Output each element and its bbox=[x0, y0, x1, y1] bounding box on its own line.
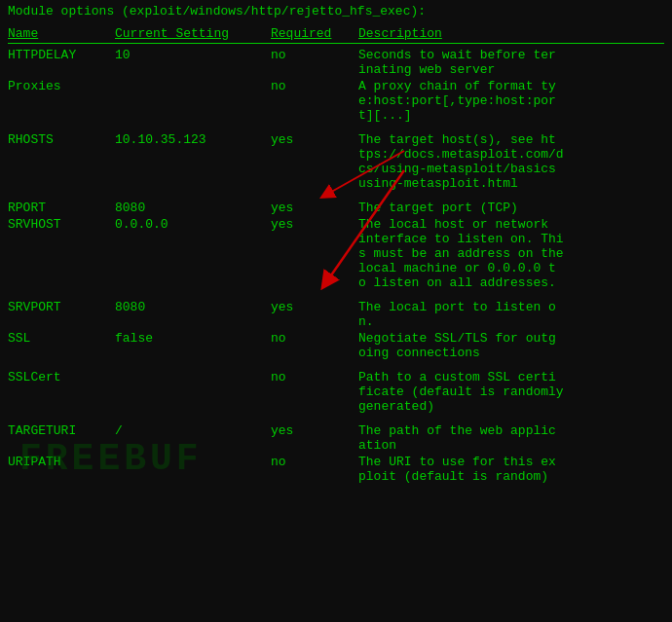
cell-required: yes bbox=[271, 217, 358, 232]
table-row: ProxiesnoA proxy chain of format ty e:ho… bbox=[8, 79, 664, 123]
cell-name: Proxies bbox=[8, 79, 115, 93]
watermark: FREEBUF bbox=[19, 438, 203, 480]
cell-required: no bbox=[271, 331, 358, 346]
cell-desc: Negotiate SSL/TLS for outg oing connecti… bbox=[358, 331, 664, 360]
cell-name: HTTPDELAY bbox=[8, 48, 115, 62]
cell-desc: The target host(s), see ht tps://docs.me… bbox=[358, 132, 664, 191]
cell-current: 10 bbox=[115, 48, 271, 62]
cell-required: no bbox=[271, 455, 358, 469]
module-header: Module options (exploit/windows/http/rej… bbox=[8, 4, 664, 18]
cell-current: / bbox=[115, 423, 271, 438]
cell-name: RHOSTS bbox=[8, 132, 115, 147]
table-row: SSLfalsenoNegotiate SSL/TLS for outg oin… bbox=[8, 331, 664, 360]
col-header-desc: Description bbox=[358, 26, 664, 41]
terminal-window: Module options (exploit/windows/http/rej… bbox=[0, 0, 672, 490]
table-header-row: Name Current Setting Required Descriptio… bbox=[8, 26, 664, 44]
cell-desc: The URI to use for this ex ploit (defaul… bbox=[358, 455, 664, 484]
cell-required: yes bbox=[271, 132, 358, 147]
cell-desc: The path of the web applic ation bbox=[358, 423, 664, 453]
table-row: RPORT8080yesThe target port (TCP) bbox=[8, 201, 664, 215]
table-row: SRVHOST0.0.0.0yesThe local host or netwo… bbox=[8, 217, 664, 290]
cell-desc: The local port to listen o n. bbox=[358, 300, 664, 329]
cell-required: yes bbox=[271, 423, 358, 438]
table-row: SRVPORT8080yesThe local port to listen o… bbox=[8, 300, 664, 329]
cell-desc: Seconds to wait before ter inating web s… bbox=[358, 48, 664, 77]
cell-required: no bbox=[271, 79, 358, 93]
options-table: Name Current Setting Required Descriptio… bbox=[8, 26, 664, 484]
col-header-current: Current Setting bbox=[115, 26, 271, 41]
cell-desc: A proxy chain of format ty e:host:port[,… bbox=[358, 79, 664, 123]
cell-required: yes bbox=[271, 201, 358, 215]
cell-required: no bbox=[271, 370, 358, 384]
cell-name: SRVHOST bbox=[8, 217, 115, 232]
cell-desc: The local host or network interface to l… bbox=[358, 217, 664, 290]
cell-name: RPORT bbox=[8, 201, 115, 215]
table-row: RHOSTS10.10.35.123yesThe target host(s),… bbox=[8, 132, 664, 191]
cell-name: TARGETURI bbox=[8, 423, 115, 438]
col-header-required: Required bbox=[271, 26, 358, 41]
cell-required: no bbox=[271, 48, 358, 62]
table-row: HTTPDELAY10noSeconds to wait before ter … bbox=[8, 48, 664, 77]
cell-current: 8080 bbox=[115, 300, 271, 314]
table-row: SSLCertnoPath to a custom SSL certi fica… bbox=[8, 370, 664, 414]
cell-current: 10.10.35.123 bbox=[115, 132, 271, 147]
cell-desc: Path to a custom SSL certi ficate (defau… bbox=[358, 370, 664, 414]
cell-current: false bbox=[115, 331, 271, 346]
cell-name: SSL bbox=[8, 331, 115, 346]
cell-name: SSLCert bbox=[8, 370, 115, 384]
cell-desc: The target port (TCP) bbox=[358, 201, 664, 215]
cell-current: 8080 bbox=[115, 201, 271, 215]
cell-required: yes bbox=[271, 300, 358, 314]
cell-name: SRVPORT bbox=[8, 300, 115, 314]
table-body: HTTPDELAY10noSeconds to wait before ter … bbox=[8, 48, 664, 484]
col-header-name: Name bbox=[8, 26, 115, 41]
cell-current: 0.0.0.0 bbox=[115, 217, 271, 232]
